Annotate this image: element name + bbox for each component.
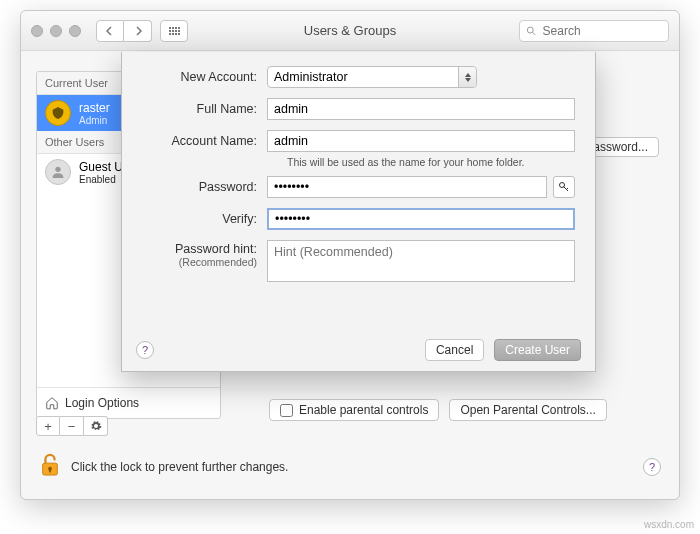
- svg-point-0: [527, 27, 533, 33]
- account-name-helper: This will be used as the name for your h…: [287, 156, 575, 168]
- preferences-window: Users & Groups Current User raster Admin…: [20, 10, 680, 500]
- chevron-updown-icon: [458, 67, 476, 87]
- svg-rect-5: [49, 469, 51, 473]
- lock-row: Click the lock to prevent further change…: [39, 452, 661, 481]
- open-parental-button[interactable]: Open Parental Controls...: [449, 399, 606, 421]
- full-name-input[interactable]: [267, 98, 575, 120]
- password-label: Password:: [142, 180, 267, 194]
- key-icon: [558, 181, 570, 193]
- hint-label: Password hint: (Recommended): [142, 240, 267, 268]
- avatar: [45, 159, 71, 185]
- parental-checkbox-input[interactable]: [280, 404, 293, 417]
- cancel-button[interactable]: Cancel: [425, 339, 484, 361]
- close-window-icon[interactable]: [31, 25, 43, 37]
- parental-checkbox-label: Enable parental controls: [299, 403, 428, 417]
- new-account-label: New Account:: [142, 70, 267, 84]
- password-input[interactable]: [267, 176, 547, 198]
- lock-text: Click the lock to prevent further change…: [71, 460, 288, 474]
- login-options-label: Login Options: [65, 396, 139, 410]
- traffic-lights: [31, 25, 81, 37]
- back-button[interactable]: [96, 20, 124, 42]
- user-role: Admin: [79, 115, 110, 126]
- account-type-value: Administrator: [274, 70, 348, 84]
- password-assistant-button[interactable]: [553, 176, 575, 198]
- enable-parental-checkbox[interactable]: Enable parental controls: [269, 399, 439, 421]
- show-all-button[interactable]: [160, 20, 188, 42]
- add-user-button[interactable]: +: [36, 416, 60, 436]
- sidebar-controls: + −: [36, 416, 108, 436]
- account-name-label: Account Name:: [142, 134, 267, 148]
- titlebar: Users & Groups: [21, 11, 679, 51]
- lock-icon[interactable]: [39, 452, 61, 481]
- zoom-window-icon[interactable]: [69, 25, 81, 37]
- new-account-sheet: New Account: Administrator Full Name: Ac…: [121, 52, 596, 372]
- login-options[interactable]: Login Options: [37, 387, 220, 418]
- help-button[interactable]: ?: [643, 458, 661, 476]
- svg-point-2: [55, 167, 60, 172]
- verify-label: Verify:: [142, 212, 267, 226]
- minimize-window-icon[interactable]: [50, 25, 62, 37]
- sheet-help-button[interactable]: ?: [136, 341, 154, 359]
- open-parental-label: Open Parental Controls...: [460, 403, 595, 417]
- full-name-label: Full Name:: [142, 102, 267, 116]
- search-box[interactable]: [519, 20, 669, 42]
- watermark: wsxdn.com: [644, 519, 694, 530]
- search-input[interactable]: [543, 24, 662, 38]
- account-name-input[interactable]: [267, 130, 575, 152]
- svg-line-1: [533, 32, 536, 35]
- gear-icon: [90, 420, 102, 432]
- account-type-select[interactable]: Administrator: [267, 66, 477, 88]
- create-user-button[interactable]: Create User: [494, 339, 581, 361]
- avatar: [45, 100, 71, 126]
- remove-user-button[interactable]: −: [60, 416, 84, 436]
- user-options-button[interactable]: [84, 416, 108, 436]
- nav-back-forward: [96, 20, 152, 42]
- hint-textarea[interactable]: [267, 240, 575, 282]
- forward-button[interactable]: [124, 20, 152, 42]
- verify-input[interactable]: [267, 208, 575, 230]
- house-icon: [45, 396, 59, 410]
- search-icon: [526, 25, 537, 37]
- user-name: raster: [79, 101, 110, 115]
